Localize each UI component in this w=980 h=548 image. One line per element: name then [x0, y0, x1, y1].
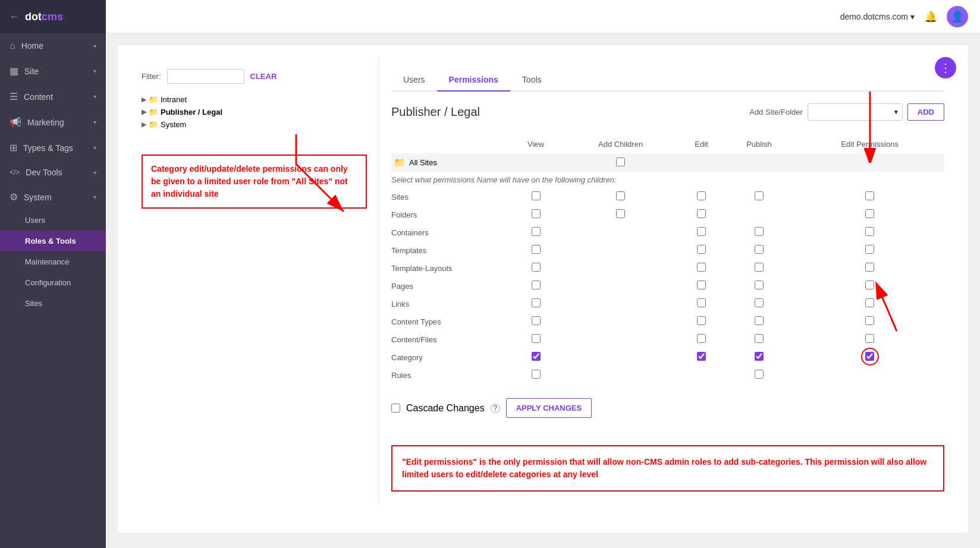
menu-button[interactable]: ⋮ [935, 57, 956, 78]
category-editperm-cb[interactable] [865, 352, 874, 361]
right-panel: ⋮ Users Permissions Tools [379, 57, 956, 503]
tree-item-publisher[interactable]: ▶ 📁 Publisher / Legal [142, 106, 367, 118]
category-publish-cb[interactable] [755, 352, 764, 361]
sidebar-item-devtools[interactable]: </>Dev Tools ▾ [0, 160, 106, 184]
notification-bell[interactable]: 🔔 [924, 10, 937, 23]
sidebar-item-marketing[interactable]: 📢Marketing ▾ [0, 109, 106, 135]
rules-view-cb[interactable] [532, 370, 541, 379]
ct-edit-cb[interactable] [697, 316, 706, 325]
links-publish-cb[interactable] [755, 298, 764, 307]
sidebar-label-system: System [24, 193, 52, 202]
sidebar-item-content[interactable]: ☰Content ▾ [0, 84, 106, 109]
cf-publish-cb[interactable] [755, 334, 764, 343]
sidebar-label-types: Types & Tags [23, 143, 73, 153]
folders-edit-cb[interactable] [697, 209, 706, 218]
sidebar-label-site: Site [24, 67, 39, 76]
kebab-menu[interactable]: ⋮ [935, 57, 956, 78]
main-panel: Filter: CLEAR ▶ 📁 Intranet ▶ 📁 [118, 45, 968, 533]
tl-view-cb[interactable] [532, 263, 541, 272]
cascade-row: Cascade Changes ? APPLY CHANGES [391, 389, 944, 427]
tl-editperm-cb[interactable] [865, 263, 874, 272]
sidebar-item-site[interactable]: ▩Site ▾ [0, 58, 106, 84]
content-area: Filter: CLEAR ▶ 📁 Intranet ▶ 📁 [106, 33, 980, 548]
folders-editperm-cb[interactable] [865, 209, 874, 218]
all-sites-label: 📁 All Sites [391, 157, 508, 168]
cf-editperm-cb[interactable] [865, 334, 874, 343]
apply-changes-button[interactable]: APPLY CHANGES [506, 398, 592, 418]
user-avatar[interactable]: 👤 [947, 6, 968, 27]
containers-publish-cb[interactable] [755, 227, 764, 236]
annotation-bottom-text: "Edit permissions" is the only permissio… [402, 457, 926, 479]
tab-tools[interactable]: Tools [510, 69, 554, 92]
sidebar-subitem-maintenance[interactable]: Maintenance [0, 251, 106, 272]
sidebar-sublabel-users: Users [25, 216, 45, 225]
ct-view-cb[interactable] [532, 316, 541, 325]
row-label-folders: Folders [391, 206, 510, 223]
pages-publish-cb[interactable] [755, 281, 764, 289]
sites-add-cb[interactable] [616, 191, 625, 200]
links-editperm-cb[interactable] [865, 298, 874, 307]
pages-editperm-cb[interactable] [865, 281, 874, 289]
ct-publish-cb[interactable] [755, 316, 764, 325]
clear-button[interactable]: CLEAR [250, 72, 277, 81]
table-row: Sites [391, 188, 944, 206]
add-button[interactable]: ADD [907, 103, 944, 121]
folders-add-cb[interactable] [616, 209, 625, 218]
table-row: Content/Files [391, 330, 944, 348]
containers-editperm-cb[interactable] [865, 227, 874, 236]
sidebar-subitem-roles[interactable]: Roles & Tools [0, 231, 106, 251]
rules-publish-cb[interactable] [755, 370, 764, 379]
category-editperm-highlighted [865, 352, 874, 361]
tree-item-system[interactable]: ▶ 📁 System [142, 118, 367, 131]
domain-selector[interactable]: demo.dotcms.com ▾ [840, 12, 915, 21]
add-site-select[interactable] [808, 103, 903, 121]
sites-publish-cb[interactable] [755, 191, 764, 200]
templates-view-cb[interactable] [532, 245, 541, 254]
tl-publish-cb[interactable] [755, 263, 764, 272]
sidebar-item-types[interactable]: ⊞Types & Tags ▾ [0, 135, 106, 160]
cf-edit-cb[interactable] [697, 334, 706, 343]
table-row: Folders [391, 206, 944, 223]
annotation-bottom: "Edit permissions" is the only permissio… [391, 445, 944, 492]
tab-users[interactable]: Users [391, 69, 437, 92]
table-row: Links [391, 295, 944, 313]
sites-view-cb[interactable] [532, 191, 541, 200]
row-label-sites: Sites [391, 188, 510, 206]
templates-publish-cb[interactable] [755, 245, 764, 254]
sites-edit-cb[interactable] [697, 191, 706, 200]
templates-edit-cb[interactable] [697, 245, 706, 254]
section-header: Publisher / Legal Add Site/Folder ▾ ADD [391, 103, 944, 121]
cf-view-cb[interactable] [532, 334, 541, 343]
category-edit-cb[interactable] [697, 352, 706, 361]
expand-icon-publisher: ▶ [142, 108, 146, 116]
filter-input[interactable] [167, 69, 244, 84]
folder-icon-publisher: 📁 [149, 108, 158, 116]
pages-edit-cb[interactable] [697, 281, 706, 289]
help-icon[interactable]: ? [491, 404, 500, 413]
pages-view-cb[interactable] [532, 281, 541, 289]
category-view-cb[interactable] [532, 352, 541, 361]
back-arrow[interactable]: ← [10, 11, 19, 22]
table-row: Content Types [391, 313, 944, 330]
all-sites-add-children-checkbox[interactable] [616, 158, 625, 166]
sidebar-subitem-configuration[interactable]: Configuration [0, 272, 106, 293]
cascade-checkbox[interactable] [391, 404, 400, 412]
containers-view-cb[interactable] [532, 227, 541, 236]
table-row-category: Category [391, 348, 944, 366]
links-edit-cb[interactable] [697, 298, 706, 307]
sidebar-subitem-users[interactable]: Users [0, 210, 106, 231]
content-icon: ☰ [10, 91, 18, 102]
tab-permissions[interactable]: Permissions [437, 69, 510, 92]
sidebar-item-system[interactable]: ⚙System ▾ [0, 184, 106, 210]
tl-edit-cb[interactable] [697, 263, 706, 272]
sidebar-item-home[interactable]: ⌂Home ▾ [0, 33, 106, 58]
templates-editperm-cb[interactable] [865, 245, 874, 254]
row-label-rules: Rules [391, 366, 510, 384]
folders-view-cb[interactable] [532, 209, 541, 218]
sites-editperm-cb[interactable] [865, 191, 874, 200]
containers-edit-cb[interactable] [697, 227, 706, 236]
ct-editperm-cb[interactable] [865, 316, 874, 325]
links-view-cb[interactable] [532, 298, 541, 307]
tree-item-intranet[interactable]: ▶ 📁 Intranet [142, 93, 367, 106]
sidebar-subitem-sites[interactable]: Sites [0, 293, 106, 314]
